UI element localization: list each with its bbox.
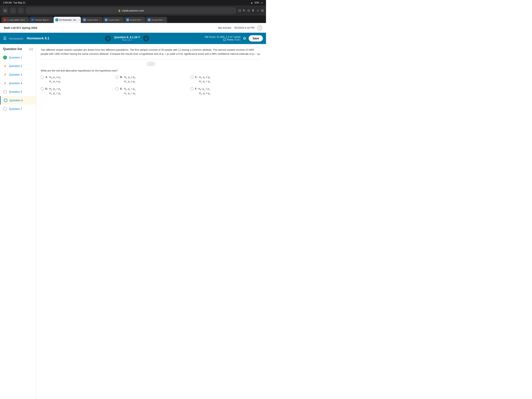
tab-close-ch1[interactable]: ✕ [99, 19, 101, 21]
option-f-h1: H1: p1 ≠ p2 [199, 92, 210, 95]
option-a-h0: H0: p1 ≤ p2 [49, 76, 61, 78]
question-item-2[interactable]: ✗ Question 2 [0, 62, 36, 70]
page-title: Math 119-571 Spring 2024 [4, 26, 37, 29]
radio-b[interactable] [115, 76, 119, 79]
browser-actions: ⊡ ↻ ⊙ ⬆ ＋ ⧉ [238, 8, 264, 13]
question-2-label: Question 2 [9, 64, 22, 68]
option-c-label: C. [195, 76, 198, 78]
tab-close-ch3[interactable]: ✕ [142, 19, 144, 21]
circle-icon-7 [3, 107, 7, 111]
tab-close-ch2[interactable]: ✕ [120, 19, 122, 21]
points-display: Points: 0 of 1 [223, 38, 241, 41]
prev-question-button[interactable]: ‹ [105, 35, 111, 41]
question-item-1[interactable]: ✓ Question 1 [0, 53, 36, 62]
address-bar[interactable]: 🔒 mylab.pearson.com [26, 7, 236, 14]
option-c-h0: H0: p1 ≠ p2 [199, 76, 210, 78]
tab-label-pearson: Pearson Sign In [35, 19, 49, 21]
tab-icon-ch2: ✦ [105, 19, 108, 21]
collapse-sidebar-button[interactable]: |◁ [30, 47, 33, 51]
tab-course-hero-4[interactable]: ✦ Course Hero ✕ [146, 17, 167, 23]
forward-button[interactable]: › [18, 8, 24, 13]
question-item-5[interactable]: Question 5 [0, 87, 36, 96]
question-item-4[interactable]: ✗ Question 4 [0, 79, 36, 87]
radio-f[interactable] [190, 87, 194, 90]
homework-header: ☰ Homework: Homework 9.1 ‹ Question 6, 9… [0, 33, 266, 44]
tab-label-ch3: Course Hero [130, 19, 141, 21]
tab-label-louie: L.Louie_Math 119-9... [7, 19, 26, 21]
partial-icon-4: ✗ [4, 81, 6, 85]
reload-button[interactable]: ↻ [243, 8, 246, 13]
share-button[interactable]: ⊡ [238, 8, 241, 13]
back-button[interactable]: ‹ [10, 8, 16, 13]
tab-icon-homework: P [56, 19, 58, 21]
status-left: 2:09 AM Tue May 21 [3, 1, 25, 4]
radio-e[interactable] [115, 87, 119, 90]
menu-button[interactable]: ☰ [3, 36, 7, 41]
option-e-content: E. H0: p1 = p2 H1: p1 > p2 [120, 87, 136, 96]
wifi-icon: ▲ [251, 1, 253, 4]
option-f-h0: H0: p1 = p2 [198, 87, 210, 90]
question-3-label: Question 3 [9, 73, 22, 76]
question-navigation: ‹ Question 6, 9.1.26-T Part 1 of 7 › [52, 35, 202, 41]
settings-button[interactable]: ⚙ [243, 36, 246, 41]
tab-icon-louie: L [4, 19, 6, 21]
question-6-status-icon [4, 98, 8, 102]
tab-course-hero-3[interactable]: ✦ Course Hero ✕ [124, 17, 146, 23]
tab-close-pearson[interactable]: ✕ [50, 19, 51, 21]
tab-close-homework[interactable]: ✕ [78, 19, 80, 21]
tab-label-ch1: Course Hero [87, 19, 98, 21]
question-title: Question 6, 9.1.26-T [114, 36, 140, 39]
option-c-content: C. H0: p1 ≠ p2 H1: p1 = p2 [195, 75, 210, 84]
tab-course-hero-2[interactable]: ✦ Course Hero ✕ [103, 17, 124, 23]
tab-icon-ch3: ✦ [126, 19, 129, 21]
share-sheet-button[interactable]: ⬆ [252, 8, 254, 13]
question-item-6[interactable]: Question 6 [0, 96, 36, 105]
main-content: Question list |◁ ✓ Question 1 ✗ Question… [0, 44, 266, 399]
lock-icon: 🔒 [118, 9, 121, 12]
page-header-right: aby leonard 05/20/24 5:10 PM ? [218, 26, 262, 30]
help-circle-button[interactable]: ? [257, 26, 262, 30]
tabs-bar: L L.Louie_Math 119-9... ✕ P Pearson Sign… [0, 16, 266, 23]
option-d-label: D. [45, 87, 48, 90]
question-item-7[interactable]: Question 7 [0, 105, 36, 113]
tab-pearson-signin[interactable]: P Pearson Sign In ✕ [29, 17, 53, 23]
option-e-h1: H1: p1 > p2 [124, 92, 136, 95]
option-f-label: F. [195, 87, 197, 90]
status-right: ▲ 52% ▭ [251, 1, 263, 4]
tab-close-ch4[interactable]: ✕ [164, 19, 165, 21]
radio-a[interactable] [41, 76, 44, 79]
tab-label-ch4: Course Hero [152, 19, 163, 21]
hw-actions: ⚙ Save [243, 35, 263, 41]
tab-course-hero-1[interactable]: ✦ Course Hero ✕ [81, 17, 102, 23]
partial-icon-2: ✗ [4, 64, 6, 68]
question-2-status-icon: ✗ [3, 64, 7, 68]
next-question-button[interactable]: › [143, 35, 149, 41]
content-divider [41, 59, 261, 59]
option-d-content: D. H0: p1 = p2 H1: p1 < p2 [45, 87, 61, 96]
status-bar: 2:09 AM Tue May 21 ▲ 52% ▭ [0, 0, 266, 6]
save-button[interactable]: Save [249, 35, 263, 41]
tabs-button[interactable]: ⧉ [261, 9, 264, 13]
question-3-status-icon: ✗ [3, 73, 7, 77]
new-tab-button[interactable]: ＋ [256, 8, 260, 13]
tab-close-louie[interactable]: ✕ [27, 19, 29, 21]
circle-active-icon-6 [4, 99, 7, 102]
radio-d[interactable] [41, 87, 44, 90]
option-e-h0: H0: p1 = p2 [124, 87, 136, 90]
option-a: A. H0: p1 ≤ p2 H1: p1 ≠ p2 [41, 75, 112, 84]
browser-chrome: ⊞ ‹ › 🔒 mylab.pearson.com ⊡ ↻ ⊙ ⬆ ＋ ⧉ [0, 6, 266, 16]
option-b-h1: H1: p1 ≠ p2 [124, 80, 135, 83]
partial-icon-3: ✗ [4, 73, 6, 77]
tab-do-homework[interactable]: P Do Homework - Ho... ✕ [54, 17, 81, 23]
tab-louie-math[interactable]: L L.Louie_Math 119-9... ✕ [1, 17, 29, 23]
check-icon: ✓ [3, 56, 7, 59]
question-7-status-icon [3, 107, 7, 111]
question-item-3[interactable]: ✗ Question 3 [0, 70, 36, 79]
question-content-area: Two different simple random samples are … [36, 44, 266, 399]
sidebar-toggle-button[interactable]: ⊞ [2, 8, 8, 13]
expand-button[interactable]: · · · [147, 62, 155, 66]
download-button[interactable]: ⊙ [247, 8, 250, 13]
option-e-label: E. [120, 87, 122, 90]
radio-c[interactable] [190, 76, 194, 79]
points-label: Points: 0 of 1 [227, 38, 241, 41]
